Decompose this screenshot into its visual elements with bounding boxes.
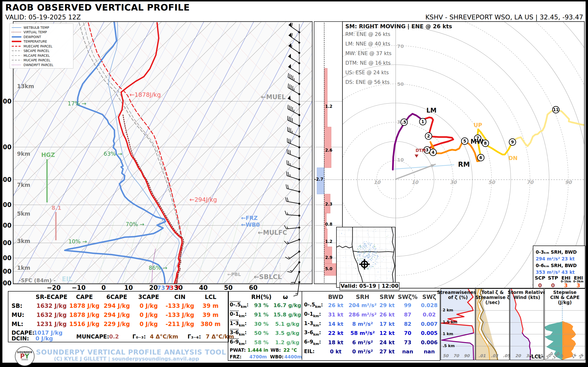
height-label: 7km (17, 182, 30, 188)
table-cell: ML: (11, 321, 23, 327)
legend-label: WETBULB TEMP (24, 26, 49, 29)
omega-value: -2.7 (314, 177, 323, 182)
table-cell: CIN (174, 294, 186, 300)
panel-km-label: .5 km (443, 343, 455, 348)
skewt-annotation: ←1878J/kg (130, 91, 161, 98)
hodo-label: RM (458, 160, 470, 168)
sounderpy-logo: SOUNDER PY ▒▒▒▒▒▒ (15, 346, 35, 366)
table-cell: 380 m (200, 321, 220, 327)
panel-title: (J/kg) (558, 300, 572, 305)
table-cell: DCAPE: (11, 330, 35, 336)
ring-label: 50 (397, 81, 404, 87)
table-cell: 286 m²/s² (349, 312, 377, 318)
table-cell: 3-6km: (304, 330, 321, 336)
table-cell: 0 J/kg (35, 335, 53, 342)
table-cell: 70 (404, 330, 412, 336)
table-cell: nan (402, 349, 413, 355)
table-cell: 6-9km: (304, 339, 321, 345)
motion-text: DS: ENE @ 56 kts (345, 79, 390, 85)
table-cell: 58 m²/s² (350, 330, 375, 336)
table-cell: 24 kt (379, 340, 395, 345)
skewt-annotation: 17% → (68, 100, 86, 107)
table-cell: 31 kt (328, 312, 343, 318)
temp-tick: 0 (101, 284, 106, 291)
skewt-annotation: 63% → (104, 151, 122, 157)
table-cell: 0 J/kg (139, 303, 158, 309)
table-cell: 0 (551, 283, 555, 288)
svg-text:4: 4 (432, 150, 434, 155)
table-cell: 0 J/kg (139, 312, 158, 318)
skewt-legend: WETBULB TEMPVIRTUAL TEMPDEWPOINTTEMPERAT… (9, 24, 73, 68)
hodo-label: DN (508, 155, 518, 161)
skewt-annotation: 86% → (149, 265, 167, 271)
legend-item: SBCAPE PARCEL (12, 49, 71, 53)
hodo-label: MW (470, 138, 484, 145)
legend-label: VIRTUAL TEMP (24, 30, 47, 34)
legend-item: MUECAPE PARCEL (12, 44, 71, 49)
hodo-marker: .5 (401, 119, 407, 125)
motion-text: LM: NNE @ 40 kts (345, 41, 390, 47)
svg-text:11: 11 (553, 107, 559, 112)
skewt-annotation: 70% → (126, 221, 144, 227)
legend-item: TEMPERATURE (12, 39, 71, 44)
table-cell: 26 kt (379, 312, 395, 318)
table-cell: 39 m (203, 312, 219, 318)
legend-label: DWNDRFT PARCEL (24, 63, 53, 67)
table-cell: 87 (404, 312, 412, 318)
skewt-annotation: ←PBL (227, 272, 241, 277)
temp-tick: 10 (124, 284, 133, 291)
temp-tick: 40 (199, 284, 208, 291)
logo-text-py: PY (15, 354, 34, 359)
table-cell: 82 (404, 321, 412, 327)
skewt-annotation: ←MUEL (261, 93, 285, 101)
table-cell: 1231 J/kg (36, 321, 67, 327)
table-cell: 6CAPE (106, 294, 127, 300)
table-cell: -133 J/kg (165, 303, 194, 309)
table-cell: 0-.5km: (304, 302, 323, 308)
table-cell: nan (424, 349, 435, 355)
table-cell: 0 J/kg (139, 321, 158, 327)
pressure-label: 500 (2, 201, 11, 209)
legend-label: MUCAPE PARCEL (24, 58, 50, 62)
table-cell: -133 J/kg (165, 312, 194, 318)
table-cell: 1878 J/kg (69, 303, 100, 309)
skewt-annotation: 10% → (68, 238, 87, 245)
panel-title: (/sec) (485, 300, 500, 305)
hodo-marker: 2 (425, 133, 432, 139)
panel-tick: 20 (515, 353, 521, 358)
table-cell: 0-6ₖₘ SRH, BWD (536, 263, 577, 268)
ring-label: 10 (397, 157, 404, 163)
table-cell: 0.028 (421, 302, 438, 308)
figure-paper: RAOB OBSERVED VERTICAL PROFILE VALID: 05… (2, 1, 586, 363)
temp-tick: 20 (149, 284, 158, 291)
table-cell: 39 m (203, 303, 219, 309)
table-cell: 17 kt (379, 321, 395, 327)
table-cell: 0 m²/s² (352, 349, 373, 355)
table-cell: 1632 J/kg (36, 303, 67, 309)
panel-title: Streamwiseness (437, 290, 479, 295)
table-cell: SRH (356, 294, 369, 300)
motion-text: RM: ENE @ 26 kts (345, 31, 390, 37)
hodo-marker: 4 (430, 149, 436, 156)
table-cell: DCIN: (11, 335, 29, 342)
motion-text: SM: RIGHT MOVING | ENE @ 26 kts (345, 23, 452, 30)
pressure-label: 400 (2, 176, 11, 183)
panel-storm-relative-wind: Storm RelativeWind (kts)203040 (508, 289, 546, 360)
panel-tick: 50 (443, 353, 449, 358)
temp-tick: 60 (249, 284, 258, 291)
svg-text:8: 8 (484, 141, 487, 146)
table-cell: 0.007 (421, 321, 438, 327)
legend-label: DEWPOINT (24, 35, 41, 39)
legend-label: MUECAPE PARCEL (24, 44, 52, 48)
panel-title: of ζ (%) (448, 295, 468, 300)
table-cell: 294 J/kg (104, 312, 130, 318)
table-cell: 3 (577, 283, 580, 288)
svg-text:1: 1 (421, 119, 424, 124)
hodo-marker: 11 (553, 106, 559, 113)
pressure-label: 700 (2, 239, 11, 247)
table-cell: SB: (11, 303, 22, 309)
table-cell: 6 m²/s² (352, 340, 373, 345)
skewt-annotation: 8.1 (52, 205, 61, 211)
ring-label: 10 (412, 179, 419, 185)
footer-title: SOUNDERPY VERTICAL PROFILE ANALYSIS TOOL (36, 348, 226, 356)
